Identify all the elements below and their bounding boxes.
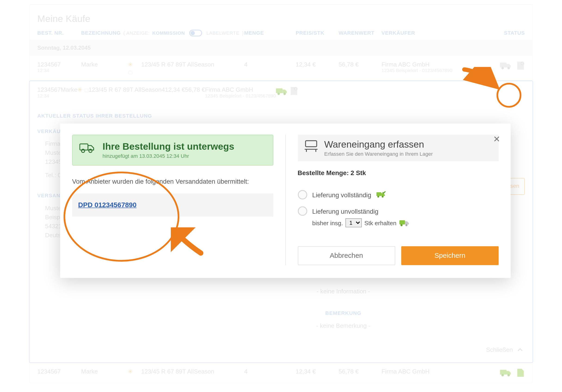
truck-outline-icon [80,141,96,154]
order-value: 56,78 € [185,86,205,93]
tracking-link[interactable]: DPD 01234567890 [78,201,137,208]
svg-point-25 [405,224,407,226]
order-seller-sub: 12345 Beispielort - 0123/4567890 [205,93,276,98]
truck-check-icon [376,191,386,198]
svg-rect-5 [276,89,283,93]
save-button[interactable]: Speichern [401,246,499,265]
svg-text:€: € [522,62,523,65]
view-option-labelwerte[interactable]: LABELWERTE [206,31,239,35]
svg-point-11 [502,374,504,376]
order-qty: 4 [244,61,296,68]
order-price: 12,34 € [295,368,339,375]
col-description: BEZEICHNUNG [81,30,121,36]
cancel-button[interactable]: Abbrechen [298,246,395,265]
order-value: 56,78 € [339,61,382,68]
annotation-arrow-icon [462,67,500,91]
column-headers: BEST. NR. BEZEICHNUNG ( ANZEIGE: KOMMISS… [30,30,532,40]
shipping-intro: Vom Anbieter wurden die folgenden Versan… [72,177,273,186]
radio-complete[interactable]: Lieferung vollständig [298,187,499,203]
svg-rect-20 [376,192,382,196]
svg-point-21 [377,196,379,197]
close-panel[interactable]: Schließen [486,346,513,353]
order-nr: 1234567 [37,86,61,93]
svg-point-6 [277,93,280,95]
order-row[interactable]: 1234567 12:34 Marke ✳ ▢ 123/45 R 67 89T … [30,56,532,81]
col-value: WARENWERT [339,30,382,36]
status-heading: AKTUELLER STATUS IHRER BESTELLUNG [30,107,532,122]
svg-rect-0 [500,63,506,68]
col-seller: VERKÄUFER [382,30,489,36]
banner-sub: hinzugefügt am 13.03.2045 12:34 Uhr [103,153,234,159]
ordered-qty: Bestellte Menge: 2 Stk [298,169,499,176]
svg-point-2 [507,67,510,69]
allseason-icon: ✳ [128,368,133,375]
svg-text:€: € [295,88,296,90]
svg-point-1 [502,67,504,69]
page-title: Meine Käufe [30,5,532,30]
scanner-icon [304,139,318,154]
svg-rect-16 [305,141,316,147]
invoice-icon[interactable]: € [516,61,525,70]
invoice-icon[interactable]: € [290,86,298,96]
svg-point-7 [283,93,286,95]
no-info: - keine Information - [154,285,533,304]
goods-receipt-modal: Ihre Bestellung ist unterwegs hinzugefüg… [60,124,511,278]
svg-rect-10 [500,370,506,375]
order-desc: 123/45 R 67 89T AllSeason [141,368,244,375]
right-title: Wareneingang erfassen [324,139,433,150]
allseason-icon: ✳ [77,86,82,93]
svg-point-12 [507,374,510,376]
radio-incomplete-label: Lieferung unvollständig [312,208,378,215]
order-desc: 123/45 R 67 89T AllSeason [141,61,244,68]
view-option-kommission[interactable]: KOMMISSION [152,31,185,35]
order-brand: Marke [81,368,120,375]
svg-point-24 [400,224,403,226]
truck-partial-icon [399,219,410,227]
truck-icon[interactable] [500,61,512,70]
view-label-open: ( ANZEIGE: [123,31,150,35]
annotation-arrow-icon [171,227,205,257]
no-bemerkung: - keine Bemerkung - [154,320,533,338]
view-toggle[interactable] [189,30,202,36]
order-seller: Firma ABC GmbH [382,368,489,375]
radio-incomplete[interactable]: Lieferung unvollständig [298,203,499,219]
no-label-icon: ▢ [128,69,133,75]
order-qty: 4 [244,368,296,375]
order-qty: 4 [162,86,165,93]
svg-rect-23 [399,220,405,224]
view-label-close: ) [242,31,244,35]
col-order-nr: BEST. NR. [37,30,81,36]
allseason-icon: ✳ [128,61,133,68]
date-group: Sonntag, 12.03.2045 [30,40,532,56]
order-time: 12:34 [37,68,81,73]
radio-icon [298,190,307,200]
order-desc: 123/45 R 67 89T AllSeason [89,86,162,93]
invoice-icon[interactable] [516,368,525,378]
order-brand: Marke [81,61,120,68]
order-seller: Firma ABC GmbH [205,86,276,93]
status-banner: Ihre Bestellung ist unterwegs hinzugefüg… [72,135,273,166]
truck-icon[interactable] [500,369,512,377]
order-nr: 1234567 [37,61,81,68]
qty-select[interactable]: 1 [345,218,362,227]
tracking-box: DPD 01234567890 [72,194,273,217]
truck-icon[interactable] [276,87,288,96]
chevron-up-icon[interactable] [517,347,523,352]
order-row[interactable]: 1234567 Marke ✳ 123/45 R 67 89T AllSeaso… [30,363,532,382]
svg-point-22 [382,196,384,197]
order-price: 12,34 € [295,61,339,68]
col-qty: MENGE [244,30,296,36]
radio-complete-label: Lieferung vollständig [312,191,371,198]
radio-icon [298,206,307,216]
order-time: 12:34 [37,93,61,98]
col-price: PREIS/STK [295,30,339,36]
order-nr: 1234567 [37,368,81,375]
order-value: 56,78 € [339,368,382,375]
no-label-icon: ▢ [84,88,89,93]
right-header: Wareneingang erfassen Erfassen Sie den W… [298,135,499,161]
bemerkung-heading: BEMERKUNG [154,304,533,320]
right-sub: Erfassen Sie den Wareneingang in Ihrem L… [324,151,433,157]
received-row: bisher insg. 1 Stk erhalten [298,218,499,227]
close-icon[interactable]: ✕ [493,134,501,144]
order-brand: Marke [61,86,77,93]
